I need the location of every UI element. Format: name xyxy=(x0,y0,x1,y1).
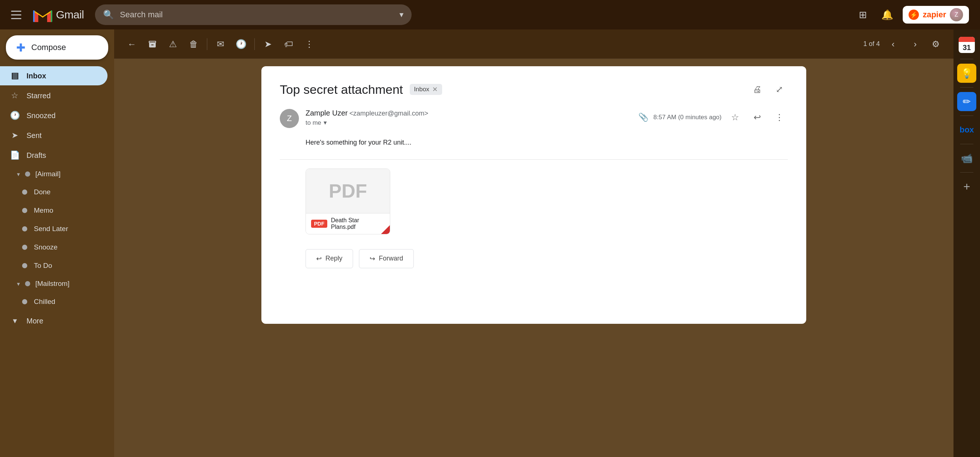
mark-read-button[interactable]: ✉ xyxy=(212,35,229,53)
menu-button[interactable] xyxy=(11,7,26,22)
sender-to: to me ▾ xyxy=(305,119,632,127)
next-email-button[interactable]: › xyxy=(906,35,924,53)
inbox-tag: Inbox ✕ xyxy=(410,84,442,95)
box-sidebar-button[interactable]: box xyxy=(957,120,976,140)
settings-button[interactable]: ⚙ xyxy=(927,35,945,53)
star-email-button[interactable]: ☆ xyxy=(727,109,744,126)
draft-icon: 📄 xyxy=(10,151,20,160)
reply-button[interactable]: ↩ Reply xyxy=(305,249,353,268)
sidebar-item-drafts[interactable]: 📄 Drafts xyxy=(0,146,108,165)
toolbar-divider-1 xyxy=(207,38,207,50)
email-time: 8:57 AM (0 minutes ago) xyxy=(654,114,722,121)
attachment-area: PDF PDF Death Star Plans.pdf xyxy=(305,168,788,236)
sender-email: <zampleuzer@gmail.com> xyxy=(349,109,428,117)
add-icon: + xyxy=(963,180,970,194)
email-divider xyxy=(280,159,788,160)
inbox-tag-label: Inbox xyxy=(414,86,430,93)
back-button[interactable]: ← xyxy=(123,35,141,53)
move-button[interactable]: ➤ xyxy=(259,35,277,53)
sidebar-label-send-later: Send Later xyxy=(34,225,68,233)
compose-button[interactable]: ✚ Compose xyxy=(6,35,108,60)
sidebar-label-starred: Starred xyxy=(27,92,98,100)
apps-button[interactable]: ⊞ xyxy=(854,6,872,24)
delete-button[interactable]: 🗑 xyxy=(185,35,202,53)
mailstrom-group-label: [Mailstrom] xyxy=(35,280,70,288)
sidebar-label-todo: To Do xyxy=(34,262,52,270)
topbar-right: ⊞ 🔔 ⚡ zapier Z xyxy=(854,6,969,24)
sidebar-item-inbox[interactable]: ▤ Inbox xyxy=(0,66,108,86)
spam-button[interactable]: ⚠ xyxy=(164,35,182,53)
sidebar-item-more[interactable]: ▾ More xyxy=(0,311,108,330)
inbox-tag-remove[interactable]: ✕ xyxy=(432,86,438,94)
more-chevron-icon: ▾ xyxy=(10,316,20,325)
main-layout: ✚ Compose ▤ Inbox ☆ Starred 🕐 Snoozed ➤ … xyxy=(0,29,980,457)
attachment-corner-fold xyxy=(381,225,390,234)
sidebar-label-snooze: Snooze xyxy=(34,243,57,251)
email-actions-right: 🖨 ⤢ xyxy=(749,81,788,98)
prev-email-button[interactable]: ‹ xyxy=(884,35,902,53)
edit-sidebar-button[interactable]: ✏ xyxy=(957,92,976,111)
email-header: Z Zample Uzer <zampleuzer@gmail.com> to … xyxy=(280,109,788,128)
compose-plus-icon: ✚ xyxy=(16,41,25,54)
sender-avatar: Z xyxy=(280,109,299,128)
print-button[interactable]: 🖨 xyxy=(749,81,766,98)
labels-button[interactable]: 🏷 xyxy=(280,35,298,53)
video-sidebar-button[interactable]: 📹 xyxy=(957,149,976,168)
done-dot xyxy=(22,189,27,195)
pencil-icon: ✏ xyxy=(963,96,971,108)
more-email-button[interactable]: ⋮ xyxy=(771,109,788,126)
sidebar-item-snooze[interactable]: Snooze xyxy=(0,238,108,256)
more-options-button[interactable]: ⋮ xyxy=(301,35,318,53)
pdf-preview-icon: PDF xyxy=(329,180,367,202)
compose-label: Compose xyxy=(31,43,66,52)
gmail-logo: Gmail xyxy=(33,7,84,22)
sidebar-item-sent[interactable]: ➤ Sent xyxy=(0,126,108,145)
attachment-footer: PDF Death Star Plans.pdf xyxy=(306,213,390,234)
svg-rect-0 xyxy=(33,10,35,22)
search-dropdown-icon[interactable]: ▾ xyxy=(399,10,404,19)
search-bar[interactable]: 🔍 ▾ xyxy=(95,5,412,25)
mailstrom-group-header[interactable]: ▾ [Mailstrom] xyxy=(0,275,108,292)
airmail-dot xyxy=(25,171,30,177)
pagination-text: 1 of 4 xyxy=(863,40,880,48)
forward-button[interactable]: ↪ Forward xyxy=(359,249,414,268)
sidebar-item-send-later[interactable]: Send Later xyxy=(0,220,108,238)
right-sidebar-separator-4 xyxy=(960,144,974,144)
attachment-paperclip-icon: 📎 xyxy=(638,113,648,122)
airmail-group-header[interactable]: ▾ [Airmail] xyxy=(0,166,108,182)
mailstrom-dot xyxy=(25,281,30,286)
zapier-sidebar-button[interactable]: 💡 xyxy=(957,63,976,83)
open-new-window-button[interactable]: ⤢ xyxy=(771,81,788,98)
sender-to-label: to me xyxy=(305,119,321,127)
reply-inline-button[interactable]: ↩ xyxy=(749,109,766,126)
email-time-area: 📎 8:57 AM (0 minutes ago) ☆ ↩ ⋮ xyxy=(638,109,788,126)
snooze-button[interactable]: 🕐 xyxy=(232,35,250,53)
sidebar-item-memo[interactable]: Memo xyxy=(0,202,108,219)
right-sidebar-separator-1 xyxy=(960,59,974,59)
notifications-button[interactable]: 🔔 xyxy=(878,6,896,24)
sidebar-item-snoozed[interactable]: 🕐 Snoozed xyxy=(0,106,108,125)
sidebar-label-more: More xyxy=(27,317,98,325)
search-input[interactable] xyxy=(120,10,393,19)
sidebar-item-todo[interactable]: To Do xyxy=(0,257,108,275)
zapier-badge[interactable]: ⚡ zapier Z xyxy=(903,6,969,24)
archive-button[interactable] xyxy=(143,35,161,53)
sidebar-item-chilled[interactable]: Chilled xyxy=(0,293,108,311)
add-sidebar-button[interactable]: + xyxy=(957,177,976,196)
sidebar-label-sent: Sent xyxy=(27,132,98,140)
email-content-area: Top secret attachment Inbox ✕ 🖨 ⤢ Z xyxy=(114,59,953,457)
sender-info: Zample Uzer <zampleuzer@gmail.com> to me… xyxy=(305,109,632,127)
sidebar-label-done: Done xyxy=(34,188,51,196)
attachment-card[interactable]: PDF PDF Death Star Plans.pdf xyxy=(305,168,390,234)
sidebar-label-drafts: Drafts xyxy=(27,151,98,160)
right-sidebar: 31 💡 ✏ box 📹 + xyxy=(953,29,980,457)
zapier-icon: ⚡ xyxy=(908,10,919,20)
sender-to-chevron-icon[interactable]: ▾ xyxy=(324,119,327,127)
sidebar-label-inbox: Inbox xyxy=(27,72,98,80)
video-icon: 📹 xyxy=(961,153,973,164)
sidebar-label-chilled: Chilled xyxy=(34,298,55,306)
sidebar-item-starred[interactable]: ☆ Starred xyxy=(0,86,108,105)
sidebar-item-done[interactable]: Done xyxy=(0,183,108,201)
gmail-m-icon xyxy=(33,7,52,22)
calendar-sidebar-button[interactable]: 31 xyxy=(957,35,976,54)
